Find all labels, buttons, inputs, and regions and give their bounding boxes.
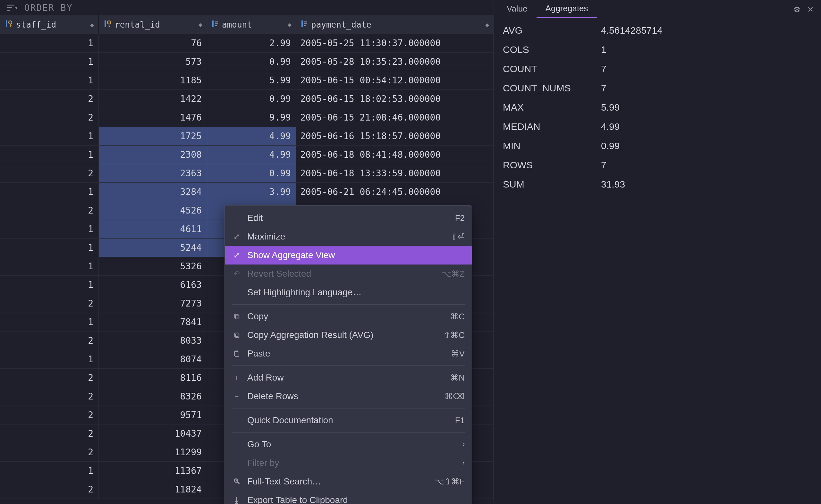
cell-staff-id[interactable]: 2 (0, 164, 99, 182)
cell-staff-id[interactable]: 2 (0, 443, 99, 461)
cell-staff-id[interactable]: 1 (0, 183, 99, 201)
cell-staff-id[interactable]: 2 (0, 201, 99, 220)
table-row[interactable]: 223630.992005-06-18 13:33:59.000000 (0, 164, 494, 183)
table-row[interactable]: 214769.992005-06-15 21:08:46.000000 (0, 108, 494, 127)
cell-staff-id[interactable]: 1 (0, 462, 99, 480)
cell-payment-date[interactable]: 2005-06-16 15:18:57.000000 (296, 127, 494, 145)
cell-payment-date[interactable]: 2005-05-25 11:30:37.000000 (296, 34, 494, 52)
table-row[interactable]: 1762.992005-05-25 11:30:37.000000 (0, 34, 494, 53)
cell-rental-id[interactable]: 6163 (99, 276, 207, 294)
ctx-add-row[interactable]: ＋ Add Row ⌘N (225, 368, 472, 387)
table-row[interactable]: 123084.992005-06-18 08:41:48.000000 (0, 146, 494, 164)
close-panel-button[interactable]: ✕ (804, 3, 817, 14)
cell-payment-date[interactable]: 2005-06-18 08:41:48.000000 (296, 146, 494, 164)
cell-rental-id[interactable]: 8033 (99, 332, 207, 350)
aggregate-row[interactable]: MIN0.99 (503, 140, 812, 151)
settings-button[interactable]: ⚙ (790, 3, 804, 14)
ctx-go-to[interactable]: Go To › (225, 435, 472, 454)
cell-amount[interactable]: 0.99 (207, 164, 296, 182)
cell-rental-id[interactable]: 10437 (99, 424, 207, 443)
ctx-set-highlighting-language[interactable]: Set Highlighting Language… (225, 283, 472, 302)
aggregate-row[interactable]: COLS1 (503, 44, 812, 55)
cell-rental-id[interactable]: 11824 (99, 480, 207, 499)
aggregate-row[interactable]: COUNT7 (503, 63, 812, 74)
ctx-edit[interactable]: Edit F2 (225, 209, 472, 227)
cell-rental-id[interactable]: 1725 (99, 127, 207, 145)
cell-rental-id[interactable]: 9571 (99, 406, 207, 424)
cell-rental-id[interactable]: 7841 (99, 313, 207, 331)
ctx-quick-documentation[interactable]: Quick Documentation F1 (225, 411, 472, 430)
cell-payment-date[interactable]: 2005-06-15 18:02:53.000000 (296, 90, 494, 108)
cell-staff-id[interactable]: 2 (0, 332, 99, 350)
cell-amount[interactable]: 0.99 (207, 90, 296, 108)
aggregate-row[interactable]: MEDIAN4.99 (503, 121, 812, 132)
cell-payment-date[interactable]: 2005-06-15 00:54:12.000000 (296, 71, 494, 89)
table-row[interactable]: 214220.992005-06-15 18:02:53.000000 (0, 90, 494, 108)
ctx-delete-rows[interactable]: － Delete Rows ⌘⌫ (225, 387, 472, 406)
cell-rental-id[interactable]: 8074 (99, 350, 207, 368)
column-header-rental-id[interactable]: rental_id ◆ (99, 15, 207, 34)
cell-staff-id[interactable]: 1 (0, 350, 99, 368)
cell-rental-id[interactable]: 4526 (99, 201, 207, 220)
cell-staff-id[interactable]: 1 (0, 146, 99, 164)
table-row[interactable]: 15730.992005-05-28 10:35:23.000000 (0, 53, 494, 71)
cell-payment-date[interactable]: 2005-05-28 10:35:23.000000 (296, 53, 494, 71)
cell-rental-id[interactable]: 11299 (99, 443, 207, 461)
cell-staff-id[interactable]: 2 (0, 90, 99, 108)
ctx-full-text-search[interactable]: 🔍︎ Full-Text Search… ⌥⇧⌘F (225, 472, 472, 491)
cell-rental-id[interactable]: 8326 (99, 387, 207, 406)
cell-staff-id[interactable]: 1 (0, 257, 99, 275)
cell-rental-id[interactable]: 11367 (99, 462, 207, 480)
cell-amount[interactable]: 4.99 (207, 127, 296, 145)
cell-amount[interactable]: 0.99 (207, 53, 296, 71)
cell-staff-id[interactable]: 1 (0, 276, 99, 294)
cell-staff-id[interactable]: 1 (0, 53, 99, 71)
cell-staff-id[interactable]: 2 (0, 369, 99, 387)
cell-rental-id[interactable]: 2308 (99, 146, 207, 164)
aggregate-row[interactable]: SUM31.93 (503, 179, 812, 190)
aggregate-row[interactable]: ROWS7 (503, 160, 812, 171)
ctx-maximize[interactable]: ⤢ Maximize ⇧⏎ (225, 227, 472, 246)
cell-rental-id[interactable]: 5244 (99, 239, 207, 257)
aggregate-row[interactable]: AVG4.5614285714 (503, 25, 812, 36)
column-header-payment-date[interactable]: payment_date ◆ (296, 15, 494, 34)
cell-rental-id[interactable]: 1476 (99, 108, 207, 127)
cell-rental-id[interactable]: 1422 (99, 90, 207, 108)
cell-amount[interactable]: 9.99 (207, 108, 296, 127)
cell-rental-id[interactable]: 5326 (99, 257, 207, 275)
cell-rental-id[interactable]: 573 (99, 53, 207, 71)
ctx-show-aggregate-view[interactable]: ⤢ Show Aggregate View (225, 246, 472, 265)
cell-staff-id[interactable]: 2 (0, 387, 99, 406)
table-row[interactable]: 111855.992005-06-15 00:54:12.000000 (0, 71, 494, 90)
tab-value[interactable]: Value (498, 1, 537, 17)
order-by-bar[interactable]: ▾ ORDER BY (0, 0, 494, 15)
aggregate-row[interactable]: COUNT_NUMS7 (503, 83, 812, 94)
table-row[interactable]: 117254.992005-06-16 15:18:57.000000 (0, 127, 494, 146)
cell-amount[interactable]: 5.99 (207, 71, 296, 89)
cell-rental-id[interactable]: 3284 (99, 183, 207, 201)
cell-amount[interactable]: 2.99 (207, 34, 296, 52)
cell-payment-date[interactable]: 2005-06-21 06:24:45.000000 (296, 183, 494, 201)
tab-aggregates[interactable]: Aggregates (537, 0, 597, 18)
cell-staff-id[interactable]: 2 (0, 294, 99, 313)
table-row[interactable]: 132843.992005-06-21 06:24:45.000000 (0, 183, 494, 201)
ctx-copy[interactable]: ⧉ Copy ⌘C (225, 307, 472, 326)
cell-staff-id[interactable]: 1 (0, 220, 99, 238)
cell-amount[interactable]: 3.99 (207, 183, 296, 201)
cell-rental-id[interactable]: 7273 (99, 294, 207, 313)
cell-staff-id[interactable]: 1 (0, 239, 99, 257)
cell-payment-date[interactable]: 2005-06-15 21:08:46.000000 (296, 108, 494, 127)
aggregate-row[interactable]: MAX5.99 (503, 102, 812, 113)
cell-staff-id[interactable]: 1 (0, 71, 99, 89)
cell-staff-id[interactable]: 1 (0, 34, 99, 52)
cell-rental-id[interactable]: 4611 (99, 220, 207, 238)
cell-staff-id[interactable]: 2 (0, 424, 99, 443)
cell-staff-id[interactable]: 1 (0, 127, 99, 145)
ctx-copy-aggregation-result[interactable]: ⧉ Copy Aggregation Result (AVG) ⇧⌘C (225, 326, 472, 344)
cell-staff-id[interactable]: 2 (0, 480, 99, 499)
column-header-staff-id[interactable]: staff_id ◆ (0, 15, 99, 34)
ctx-paste[interactable]: 📋︎ Paste ⌘V (225, 344, 472, 363)
cell-staff-id[interactable]: 1 (0, 313, 99, 331)
ctx-export-table-to-clipboard[interactable]: ⭳ Export Table to Clipboard (225, 491, 472, 504)
cell-amount[interactable]: 4.99 (207, 146, 296, 164)
